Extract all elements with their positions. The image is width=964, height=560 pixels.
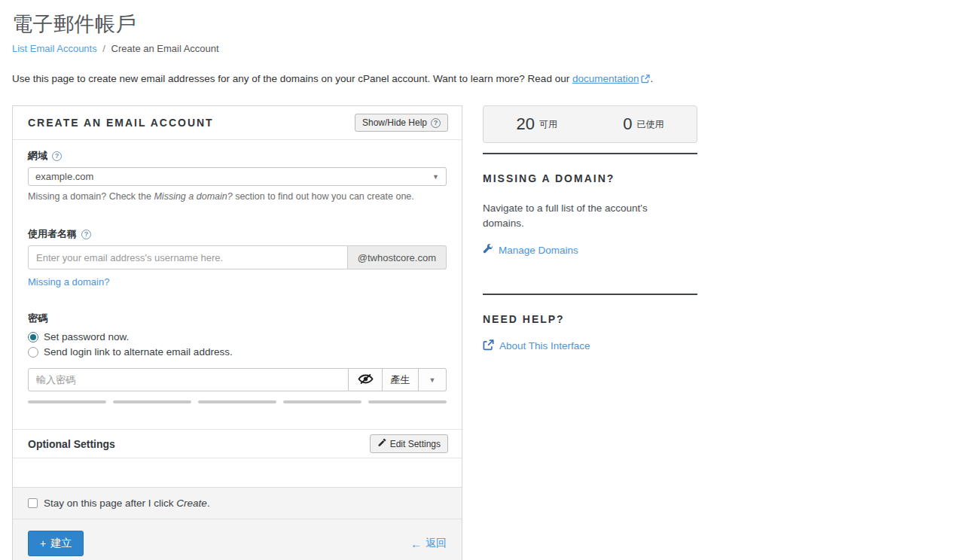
- stay-label-before: Stay on this page after I click: [44, 498, 176, 509]
- panel-body: 網域 ? example.com ▼ Missing a domain? Che…: [13, 140, 462, 403]
- stay-on-page-checkbox-row[interactable]: Stay on this page after I click Create.: [13, 488, 462, 519]
- quota-stat-box: 20 可用 0 已使用: [483, 105, 697, 143]
- sidebar-divider: [483, 153, 697, 154]
- password-strength-meter: [28, 400, 447, 403]
- show-hide-help-label: Show/Hide Help: [362, 117, 427, 128]
- toggle-password-visibility-button[interactable]: [349, 368, 383, 391]
- panel-header: CREATE AN EMAIL ACCOUNT Show/Hide Help ?: [13, 106, 462, 140]
- missing-domain-link[interactable]: Missing a domain?: [28, 276, 109, 288]
- domain-help-icon[interactable]: ?: [52, 151, 62, 161]
- page-header: 電子郵件帳戶 List Email Accounts / Create an E…: [0, 0, 964, 86]
- stay-on-page-label: Stay on this page after I click Create.: [44, 498, 210, 509]
- strength-segment: [283, 400, 362, 403]
- stay-label-after: .: [207, 498, 210, 509]
- sidebar: 20 可用 0 已使用 MISSING A DOMAIN? Navigate t…: [483, 105, 697, 354]
- domain-help-after: section to find out how you can create o…: [233, 191, 414, 202]
- domain-select[interactable]: example.com ▼: [28, 167, 447, 186]
- strength-segment: [198, 400, 276, 403]
- domain-selected-value: example.com: [35, 171, 93, 182]
- manage-domains-link[interactable]: Manage Domains: [483, 244, 578, 257]
- strength-segment: [113, 400, 191, 403]
- intro-text-after: .: [650, 73, 653, 84]
- radio-set-password-label: Set password now.: [44, 331, 129, 342]
- password-group: 密碼 Set password now. Send login link to …: [28, 312, 447, 403]
- stay-on-page-checkbox[interactable]: [28, 498, 38, 508]
- strength-segment: [368, 400, 447, 403]
- generate-password-button[interactable]: 產生: [383, 368, 419, 391]
- back-arrow-icon: ←: [410, 537, 422, 550]
- breadcrumb-list-email-accounts[interactable]: List Email Accounts: [12, 43, 97, 54]
- password-label: 密碼: [28, 312, 47, 325]
- external-link-icon: [483, 339, 494, 353]
- sidebar-divider: [483, 294, 697, 295]
- missing-domain-header: MISSING A DOMAIN?: [483, 172, 697, 184]
- stay-label-italic: Create: [176, 498, 207, 509]
- caret-down-icon: ▼: [429, 376, 436, 384]
- go-back-link[interactable]: ← 返回: [410, 537, 447, 550]
- domain-help-before: Missing a domain? Check the: [28, 191, 154, 202]
- available-value: 20: [517, 114, 535, 134]
- missing-domain-text: Navigate to a full list of the account's…: [483, 201, 667, 232]
- used-value: 0: [623, 114, 632, 134]
- strength-segment: [28, 400, 106, 403]
- username-input[interactable]: [28, 245, 348, 269]
- help-circle-icon: ?: [431, 118, 441, 128]
- domain-label-row: 網域 ?: [28, 149, 447, 163]
- create-button-label: 建立: [50, 537, 72, 550]
- radio-send-login-label: Send login link to alternate email addre…: [44, 346, 233, 358]
- need-help-header: NEED HELP?: [483, 313, 697, 325]
- breadcrumb: List Email Accounts / Create an Email Ac…: [12, 43, 952, 54]
- external-link-icon: [641, 75, 650, 86]
- documentation-link[interactable]: documentation: [572, 73, 639, 84]
- intro-text-before: Use this page to create new email addres…: [12, 73, 572, 84]
- panel-title: CREATE AN EMAIL ACCOUNT: [28, 117, 214, 129]
- email-account-page: 電子郵件帳戶 List Email Accounts / Create an E…: [0, 0, 964, 560]
- username-label-row: 使用者名稱 ?: [28, 227, 447, 241]
- pencil-icon: [377, 438, 386, 449]
- content-columns: CREATE AN EMAIL ACCOUNT Show/Hide Help ?…: [0, 105, 964, 560]
- stat-available: 20 可用: [484, 114, 590, 134]
- plus-icon: +: [40, 537, 46, 549]
- panel-spacer: [13, 458, 462, 487]
- domain-group: 網域 ? example.com ▼ Missing a domain? Che…: [28, 149, 447, 202]
- username-group: 使用者名稱 ? @twhostcore.com Missing a domain…: [28, 227, 447, 288]
- wrench-icon: [483, 244, 493, 257]
- intro-text: Use this page to create new email addres…: [12, 73, 952, 86]
- username-input-group: @twhostcore.com: [28, 245, 447, 269]
- eye-slash-icon: [358, 373, 374, 387]
- password-label-row: 密碼: [28, 312, 447, 325]
- radio-set-password-now[interactable]: Set password now.: [28, 331, 447, 342]
- radio-selected-icon: [28, 332, 38, 342]
- create-button[interactable]: + 建立: [28, 531, 84, 556]
- chevron-down-icon: ▼: [432, 173, 439, 181]
- about-this-interface-label: About This Interface: [499, 340, 590, 352]
- domain-label: 網域: [28, 149, 47, 163]
- show-hide-help-button[interactable]: Show/Hide Help ?: [355, 114, 448, 132]
- available-label: 可用: [539, 118, 557, 131]
- username-help-icon[interactable]: ?: [81, 230, 91, 239]
- username-label: 使用者名稱: [28, 227, 77, 241]
- page-title: 電子郵件帳戶: [12, 11, 952, 38]
- about-this-interface-link[interactable]: About This Interface: [483, 339, 590, 353]
- create-email-account-panel: CREATE AN EMAIL ACCOUNT Show/Hide Help ?…: [12, 105, 462, 560]
- password-input-group: 產生 ▼: [28, 368, 447, 391]
- edit-settings-button[interactable]: Edit Settings: [370, 434, 448, 453]
- go-back-label: 返回: [426, 537, 447, 550]
- generate-label: 產生: [391, 373, 410, 387]
- generate-options-button[interactable]: ▼: [419, 368, 447, 391]
- breadcrumb-current: Create an Email Account: [111, 43, 219, 54]
- manage-domains-label: Manage Domains: [499, 245, 578, 256]
- actions-row: + 建立 ← 返回: [13, 519, 462, 560]
- stat-used: 0 已使用: [590, 114, 697, 134]
- domain-help-text: Missing a domain? Check the Missing a do…: [28, 191, 447, 202]
- domain-addon: @twhostcore.com: [348, 245, 447, 269]
- optional-settings-title: Optional Settings: [28, 438, 115, 450]
- breadcrumb-separator: /: [102, 43, 105, 54]
- domain-help-italic: Missing a domain?: [154, 191, 232, 202]
- password-input[interactable]: [28, 368, 349, 391]
- used-label: 已使用: [636, 118, 664, 131]
- radio-send-login-link[interactable]: Send login link to alternate email addre…: [28, 346, 447, 358]
- edit-settings-label: Edit Settings: [390, 439, 441, 449]
- radio-unselected-icon: [28, 347, 38, 358]
- optional-settings-row: Optional Settings Edit Settings: [13, 429, 462, 458]
